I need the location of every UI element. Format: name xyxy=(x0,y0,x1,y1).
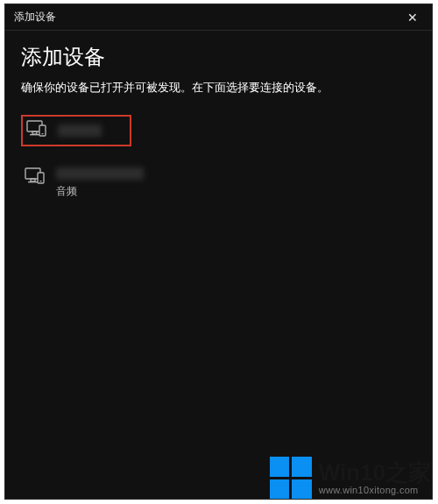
device-item-2[interactable]: 音频 xyxy=(21,166,416,204)
device-icon xyxy=(25,167,46,188)
dialog-content: 添加设备 确保你的设备已打开并可被发现。在下面选择要连接的设备。 xyxy=(5,31,432,204)
device-name-redacted xyxy=(58,124,102,137)
watermark: Win10之家 www.win10xitong.com xyxy=(270,457,431,499)
device-name-redacted xyxy=(56,167,144,180)
svg-rect-6 xyxy=(31,179,35,181)
device-item-1[interactable] xyxy=(21,115,131,146)
watermark-text: Win10之家 www.win10xitong.com xyxy=(319,460,431,496)
windows-logo-icon xyxy=(270,457,312,499)
svg-rect-9 xyxy=(40,181,42,181)
svg-rect-2 xyxy=(30,134,39,135)
svg-rect-1 xyxy=(32,131,37,134)
device-icon xyxy=(26,120,47,141)
window-title: 添加设备 xyxy=(14,10,56,25)
titlebar: 添加设备 ✕ xyxy=(5,4,432,31)
dialog-subheading: 确保你的设备已打开并可被发现。在下面选择要连接的设备。 xyxy=(21,80,416,96)
add-device-dialog: 添加设备 ✕ 添加设备 确保你的设备已打开并可被发现。在下面选择要连接的设备。 xyxy=(4,4,433,500)
svg-rect-4 xyxy=(42,133,44,134)
svg-rect-7 xyxy=(28,181,38,182)
device-label-group: 音频 xyxy=(56,167,144,199)
dialog-heading: 添加设备 xyxy=(21,43,416,71)
close-button[interactable]: ✕ xyxy=(392,4,432,31)
close-icon: ✕ xyxy=(407,11,418,25)
device-label-group xyxy=(58,124,102,137)
device-subtitle: 音频 xyxy=(56,184,144,199)
watermark-url: www.win10xitong.com xyxy=(319,485,431,495)
watermark-title: Win10之家 xyxy=(319,460,431,486)
